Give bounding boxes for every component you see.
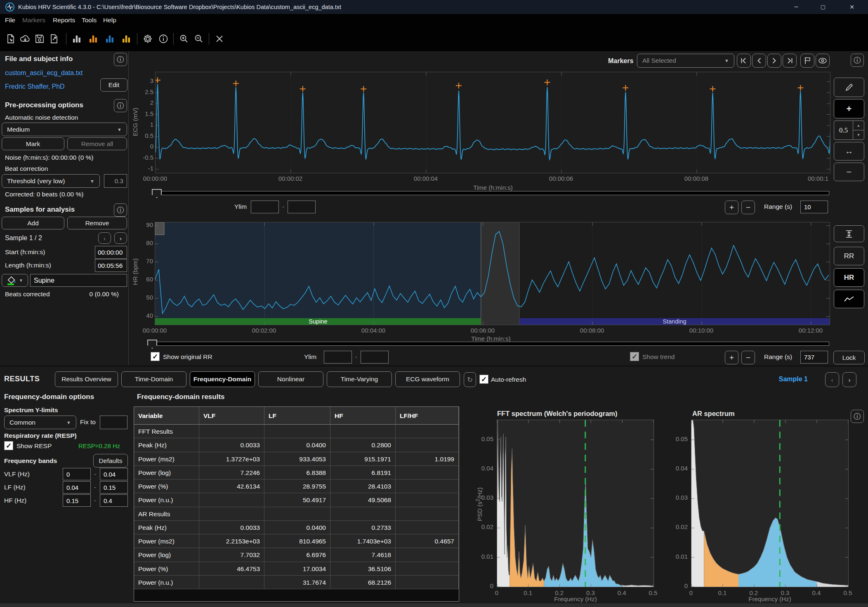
remove-all-button[interactable]: Remove all [67,137,127,150]
menu-reports[interactable]: Reports [53,14,75,26]
refresh-button[interactable]: ↻ [464,372,476,387]
prev-sample-button[interactable]: ‹ [98,232,111,244]
hr-zoom-out-button[interactable]: − [741,351,755,364]
cloud-download-icon[interactable] [19,33,31,44]
threshold-input[interactable]: 0.3 [104,174,127,188]
report-orange-icon[interactable] [87,33,99,44]
menu-markers[interactable]: Markers [22,14,45,26]
menu-file[interactable]: File [5,14,15,26]
autoscale-y-button[interactable] [834,225,864,242]
menu-help[interactable]: Help [103,14,116,26]
next-result-sample-button[interactable]: › [842,372,856,387]
defaults-button[interactable]: Defaults [93,454,128,468]
next-sample-button[interactable]: › [114,232,127,244]
tab-ecg-waveform[interactable]: ECG waveform [395,371,460,387]
band-to-input[interactable]: 0.4 [100,494,128,507]
fix-to-input[interactable] [100,416,127,429]
report-yellow-icon[interactable] [120,33,132,44]
hr-ylim-max-input[interactable] [361,351,389,364]
correction-method-dropdown[interactable]: Threshold (very low) ▼ [2,174,100,188]
tab-time-domain[interactable]: Time-Domain [121,371,186,387]
hr-zoom-in-button[interactable]: + [725,351,738,364]
first-marker-button[interactable] [737,54,751,68]
tab-results-overview[interactable]: Results Overview [55,371,118,387]
lock-button[interactable]: Lock [833,351,865,364]
noise-level-dropdown[interactable]: Medium ▼ [2,123,127,136]
file-name-link[interactable]: custom_ascii_ecg_data.txt [5,69,83,77]
length-input[interactable]: 00:05:56 [95,259,127,272]
spinner-down-icon[interactable]: ▼ [853,130,864,139]
settings-gear-icon[interactable] [142,33,153,44]
tick-label: 00:08:00 [569,327,615,334]
band-from-input[interactable]: 0.04 [63,481,91,494]
hr-scroll-track[interactable] [152,342,829,346]
last-marker-button[interactable] [783,54,797,68]
ecg-range-input[interactable]: 10 [800,201,828,213]
add-sample-button[interactable]: Add [2,217,64,229]
ecg-zoom-out-button[interactable]: − [741,201,755,214]
band-from-input[interactable]: 0 [63,468,91,480]
close-view-icon[interactable] [214,33,225,44]
ecg-scroll-handle[interactable] [152,189,162,198]
save-icon[interactable] [34,33,45,44]
charts-info-button[interactable]: ⓘ [851,54,864,67]
sample-color-button[interactable]: ▼ [2,274,28,287]
tab-time-varying[interactable]: Time-Varying [327,371,392,387]
info-icon[interactable] [158,33,169,44]
hr-range-input[interactable]: 737 [800,351,828,364]
tab-nonlinear[interactable]: Nonlinear [258,371,323,387]
prev-marker-button[interactable] [752,54,766,68]
subject-name-link[interactable]: Fredric Shaffer, PhD [5,83,65,90]
add-beat-button[interactable]: + [834,99,864,118]
next-marker-button[interactable] [767,54,781,68]
markers-dropdown[interactable]: All Selected ▼ [637,54,734,68]
close-button[interactable]: ✕ [840,0,864,14]
maximize-button[interactable]: ▢ [811,0,835,14]
sample-name-input[interactable]: Supine [30,274,127,287]
auto-refresh-checkbox[interactable]: ✓ [479,375,488,384]
show-trend-line-button[interactable] [834,290,864,308]
show-trend-checkbox[interactable]: ✓ [630,352,639,361]
spinner-up-icon[interactable]: ▲ [853,121,864,130]
show-original-rr-checkbox[interactable]: ✓ [151,352,160,361]
band-from-input[interactable]: 0.15 [63,494,91,507]
report-blue-icon[interactable] [104,33,116,44]
tab-frequency-domain[interactable]: Frequency-Domain [190,371,255,387]
band-to-input[interactable]: 0.04 [100,468,128,480]
file-info-button[interactable]: ⓘ [114,53,127,66]
prev-result-sample-button[interactable]: ‹ [825,372,839,387]
ecg-scroll-track[interactable] [152,191,829,195]
export-icon[interactable] [48,33,60,44]
samples-info-button[interactable]: ⓘ [114,203,127,217]
ecg-ylim-max-input[interactable] [288,201,316,213]
mark-button[interactable]: Mark [2,137,64,150]
menu-tools[interactable]: Tools [82,14,97,26]
results-info-button[interactable]: ⓘ [851,410,864,423]
hr-ylim-min-input[interactable] [324,351,352,364]
show-markers-button[interactable] [816,54,830,68]
zoom-in-icon[interactable] [178,33,190,44]
remove-beat-button[interactable]: − [834,163,864,181]
fit-horizontal-button[interactable]: ↔ [834,142,864,161]
minimize-button[interactable]: – [784,0,809,14]
new-file-icon[interactable] [5,33,17,44]
tick-label: 0.4 [609,589,634,596]
edit-button[interactable]: Edit [100,78,127,92]
edit-beats-button[interactable] [834,78,864,97]
band-to-input[interactable]: 0.15 [100,481,128,494]
ecg-ylim-min-input[interactable] [251,201,279,213]
spectrum-mode-dropdown[interactable]: Common ▼ [4,416,76,429]
zoom-out-icon[interactable] [193,33,205,44]
zoom-step-spinner[interactable]: 0.5 ▲ ▼ [834,120,864,140]
remove-sample-button[interactable]: Remove [67,217,127,229]
ecg-zoom-in-button[interactable]: + [725,201,738,214]
start-input[interactable]: 00:00:00 [95,246,127,259]
show-rr-button[interactable]: RR [834,247,864,265]
report-gray-icon[interactable] [71,33,83,44]
hr-scroll-handle[interactable] [147,340,157,349]
preprocessing-info-button[interactable]: ⓘ [114,99,127,112]
show-hr-button[interactable]: HR [834,268,864,287]
show-resp-checkbox[interactable]: ✓ [4,441,13,450]
resp-section-label: Respiratory rate (RESP) [4,432,77,439]
flag-marker-button[interactable] [800,54,814,68]
